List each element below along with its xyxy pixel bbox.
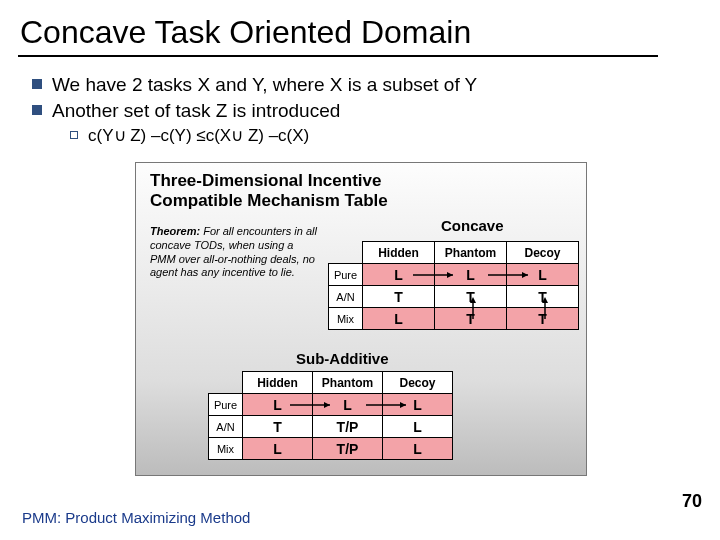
slide-title: Concave Task Oriented Domain [18, 12, 658, 57]
cell: T [435, 308, 507, 330]
row-header: A/N [209, 416, 243, 438]
bullet-icon [32, 105, 42, 115]
col-header: Phantom [435, 242, 507, 264]
concave-table: Hidden Phantom Decoy Pure L L L A/N T T … [328, 241, 579, 330]
cell: L [383, 416, 453, 438]
table-row: A/N T T/P L [209, 416, 453, 438]
cell: T [435, 286, 507, 308]
footer-note: PMM: Product Maximizing Method [22, 509, 250, 526]
figure-title-line: Compatible Mechanism Table [150, 191, 388, 210]
row-header: A/N [329, 286, 363, 308]
row-header: Pure [329, 264, 363, 286]
bullet-item: Another set of task Z is introduced [28, 99, 702, 123]
col-header: Hidden [363, 242, 435, 264]
cell: L [435, 264, 507, 286]
content-block: We have 2 tasks X and Y, where X is a su… [18, 65, 702, 146]
bullet-text: Another set of task Z is introduced [52, 99, 340, 123]
table-row: A/N T T T [329, 286, 579, 308]
theorem-label: Theorem: [150, 225, 200, 237]
figure: Three-Dimensional Incentive Compatible M… [135, 162, 587, 476]
bullet-text: We have 2 tasks X and Y, where X is a su… [52, 73, 477, 97]
col-header: Hidden [243, 372, 313, 394]
row-header: Pure [209, 394, 243, 416]
cell: L [363, 264, 435, 286]
cell: T [243, 416, 313, 438]
cell: L [507, 264, 579, 286]
col-header: Decoy [383, 372, 453, 394]
sub-additive-table: Hidden Phantom Decoy Pure L L L A/N T T/… [208, 371, 453, 460]
cell: L [243, 394, 313, 416]
table-row: Mix L T/P L [209, 438, 453, 460]
bullet-item: We have 2 tasks X and Y, where X is a su… [28, 73, 702, 97]
figure-title: Three-Dimensional Incentive Compatible M… [150, 171, 388, 210]
table-row: Pure L L L [329, 264, 579, 286]
cell: L [383, 438, 453, 460]
row-header: Mix [329, 308, 363, 330]
table-row: Mix L T T [329, 308, 579, 330]
cell: L [243, 438, 313, 460]
table-row: Pure L L L [209, 394, 453, 416]
figure-title-line: Three-Dimensional Incentive [150, 171, 381, 190]
sub-bullet-text: c(Y∪ Z) –c(Y) ≤c(X∪ Z) –c(X) [88, 125, 309, 146]
col-header: Decoy [507, 242, 579, 264]
col-header: Phantom [313, 372, 383, 394]
cell: T [507, 308, 579, 330]
cell: T/P [313, 438, 383, 460]
cell: T [363, 286, 435, 308]
row-header: Mix [209, 438, 243, 460]
page-number: 70 [682, 491, 702, 512]
cell: L [363, 308, 435, 330]
cell: L [383, 394, 453, 416]
slide: Concave Task Oriented Domain We have 2 t… [0, 0, 720, 540]
sub-additive-heading: Sub-Additive [296, 350, 389, 367]
bullet-outline-icon [70, 131, 78, 139]
theorem-block: Theorem: For all encounters in all conca… [150, 225, 318, 280]
bullet-icon [32, 79, 42, 89]
cell: L [313, 394, 383, 416]
cell: T/P [313, 416, 383, 438]
concave-heading: Concave [441, 217, 504, 234]
sub-bullet-item: c(Y∪ Z) –c(Y) ≤c(X∪ Z) –c(X) [70, 125, 702, 146]
cell: T [507, 286, 579, 308]
